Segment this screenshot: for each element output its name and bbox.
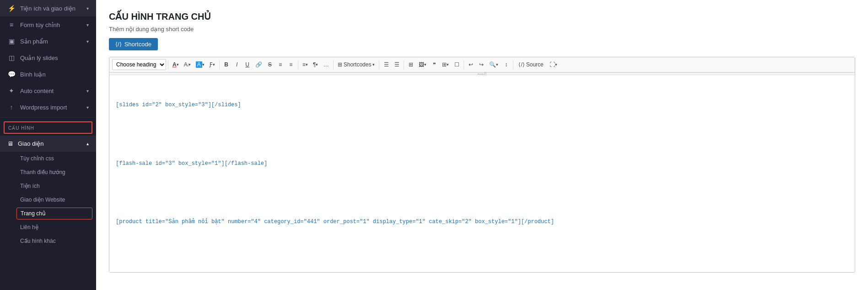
toolbar-list-group: ☰ ☰ — [381, 59, 402, 70]
auto-icon: ✦ — [7, 87, 16, 94]
list-ul-button[interactable]: ≡ — [286, 59, 296, 70]
sidebar-sub-trang-chu[interactable]: Trang chủ — [16, 208, 92, 219]
sidebar-sub-tuy-chinh-css[interactable]: Tùy chỉnh css — [0, 152, 96, 165]
shortcode-button[interactable]: ⟨/⟩ Shortcode — [109, 38, 158, 50]
list-button-2[interactable]: ☰ — [392, 59, 402, 70]
chevron-up-icon: ▴ — [86, 141, 89, 146]
grid-button[interactable]: ⊞ ▾ — [440, 59, 451, 70]
sub-item-label: Liên hệ — [20, 224, 38, 230]
source-button[interactable]: ⟨/⟩ Source — [515, 59, 546, 70]
product-icon: ▣ — [7, 38, 16, 45]
search-replace-button[interactable]: 🔍 ▾ — [487, 59, 501, 70]
sub-item-label: Tùy chỉnh css — [20, 155, 54, 162]
font-size-icon: Aᵢ — [184, 61, 189, 68]
sidebar-item-label: Wordpress import — [20, 104, 67, 111]
toolbar-separator — [219, 60, 220, 69]
align-button[interactable]: ≡ ▾ — [300, 59, 310, 70]
toolbar-history-group: ↩ ↪ 🔍 ▾ ↕ — [466, 59, 511, 70]
underline-button[interactable]: U — [243, 59, 253, 70]
chevron-down-icon: ▾ — [555, 62, 557, 67]
toolbar-separator — [333, 60, 334, 69]
chevron-down-icon: ▾ — [496, 62, 498, 67]
chevron-down-icon: ▾ — [86, 88, 89, 93]
chevron-down-icon: ▾ — [86, 22, 89, 27]
toolbar-align-group: ≡ ▾ ¶ ▾ … — [300, 59, 331, 70]
paragraph-button[interactable]: ¶ ▾ — [311, 59, 321, 70]
toolbar-separator — [168, 60, 168, 69]
shortcodes-dropdown-button[interactable]: ⊞ Shortcodes ▾ — [335, 59, 377, 70]
sidebar-item-label: Bình luận — [20, 71, 46, 78]
toolbar-separator — [404, 60, 404, 69]
editor-toolbar: Choose heading Paragraph Heading 1 Headi… — [109, 57, 855, 72]
italic-button[interactable]: I — [232, 59, 242, 70]
source-icon: ⟨/⟩ — [518, 61, 524, 68]
sidebar-item-label: Form tùy chỉnh — [20, 22, 60, 28]
chevron-down-icon: ▾ — [86, 6, 89, 11]
extra-button[interactable]: ↕ — [501, 59, 511, 70]
sidebar-sub-giao-dien-website[interactable]: Giao diện Website — [0, 193, 96, 207]
font-color-icon: A — [173, 61, 177, 68]
table-button[interactable]: ⊞ — [406, 59, 416, 70]
font-color-button[interactable]: A ▾ — [170, 59, 181, 70]
bold-button[interactable]: B — [221, 59, 232, 70]
image-button[interactable]: 🖼 ▾ — [416, 59, 429, 70]
sidebar-item-giao-dien[interactable]: 🖥 Giao diện ▴ — [0, 136, 96, 152]
sidebar-item-auto-content[interactable]: ✦ Auto content ▾ — [0, 82, 96, 99]
sub-item-label: Tiện ích — [20, 183, 40, 189]
toolbar-separator — [379, 60, 379, 69]
chevron-down-icon: ▾ — [306, 62, 308, 67]
font-size-button[interactable]: Aᵢ ▾ — [182, 59, 193, 70]
sidebar-item-form[interactable]: ≡ Form tùy chỉnh ▾ — [0, 16, 96, 33]
strikethrough-button[interactable]: S — [265, 59, 275, 70]
undo-button[interactable]: ↩ — [466, 59, 476, 70]
list-ol-button[interactable]: ≡ — [275, 59, 286, 70]
heading-select[interactable]: Choose heading Paragraph Heading 1 Headi… — [112, 59, 166, 70]
sidebar-item-label: Quản lý slides — [20, 55, 58, 61]
background-color-button[interactable]: A ▾ — [194, 59, 207, 70]
sub-item-label: Giao diện Website — [20, 197, 65, 203]
sidebar-item-quan-ly-slides[interactable]: ◫ Quản lý slides — [0, 49, 96, 66]
box-button[interactable]: ☐ — [452, 59, 462, 70]
sidebar: ⚡ Tiện ích và giao diện ▾ ≡ Form tùy chỉ… — [0, 0, 96, 290]
sub-item-label: Cấu hình khác — [20, 238, 56, 244]
sidebar-item-binh-luan[interactable]: 💬 Bình luận — [0, 66, 96, 82]
sidebar-sub-thanh-dieu-huong[interactable]: Thanh điều hướng — [0, 165, 96, 179]
shortcode-icon: ⟨/⟩ — [115, 41, 122, 48]
chevron-down-icon: ▾ — [213, 62, 215, 67]
sidebar-item-tien-ich[interactable]: ⚡ Tiện ích và giao diện ▾ — [0, 0, 96, 16]
slides-icon: ◫ — [7, 54, 16, 61]
cau-hinh-label: CẤU HÌNH — [8, 126, 34, 131]
chevron-down-icon: ▾ — [86, 105, 89, 110]
import-icon: ↑ — [7, 104, 16, 111]
list-button-1[interactable]: ☰ — [381, 59, 391, 70]
quote-button[interactable]: ❝ — [429, 59, 439, 70]
editor-line-1: [slides id="2" box_style="3"][/slides] — [116, 101, 848, 109]
sidebar-item-label: Tiện ích và giao diện — [20, 5, 75, 12]
shortcode-btn-label: Shortcode — [124, 41, 151, 48]
font-family-button[interactable]: Ƒ ▾ — [207, 59, 217, 70]
font-family-icon: Ƒ — [210, 61, 213, 68]
sub-item-label: Thanh điều hướng — [20, 169, 65, 175]
toolbar-font-group: A ▾ Aᵢ ▾ A ▾ Ƒ ▾ — [170, 59, 217, 70]
bg-color-icon: A — [196, 61, 202, 68]
chevron-down-icon: ▾ — [177, 62, 179, 67]
chevron-down-icon: ▾ — [86, 39, 89, 44]
sidebar-sub-lien-he[interactable]: Liên hệ — [0, 220, 96, 234]
chevron-down-icon: ▾ — [372, 62, 375, 67]
link-button[interactable]: 🔗 — [253, 59, 264, 70]
fullscreen-button[interactable]: ⛶ ▾ — [547, 59, 560, 70]
sidebar-sub-cau-hinh-khac[interactable]: Cấu hình khác — [0, 234, 96, 248]
more-button[interactable]: … — [321, 59, 331, 70]
source-label: Source — [526, 61, 544, 68]
sidebar-item-wordpress-import[interactable]: ↑ Wordpress import ▾ — [0, 99, 96, 115]
toolbar-separator — [513, 60, 513, 69]
chevron-down-icon: ▾ — [447, 62, 449, 67]
cau-hinh-section: CẤU HÌNH 🖥 Giao diện ▴ Tùy chỉnh css Tha… — [0, 117, 96, 248]
monitor-icon: 🖥 — [7, 140, 13, 147]
editor-content-area[interactable]: [slides id="2" box_style="3"][/slides] [… — [109, 75, 855, 272]
shortcodes-icon: ⊞ — [338, 61, 342, 68]
redo-button[interactable]: ↪ — [476, 59, 486, 70]
sidebar-item-label: Auto content — [20, 88, 54, 94]
sidebar-item-san-pham[interactable]: ▣ Sản phẩm ▾ — [0, 33, 96, 49]
sidebar-sub-tien-ich[interactable]: Tiện ích — [0, 179, 96, 193]
